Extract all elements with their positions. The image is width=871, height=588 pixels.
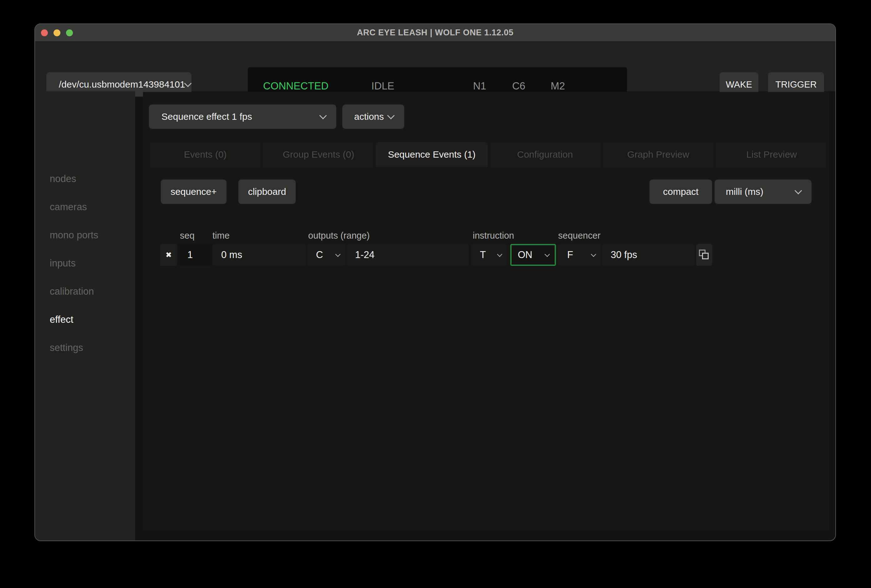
sidebar-item-mono-ports[interactable]: mono ports: [35, 221, 135, 249]
header-sequencer: sequencer: [558, 230, 600, 241]
sidebar-item-inputs[interactable]: inputs: [35, 249, 135, 277]
sidebar-item-settings[interactable]: settings: [35, 334, 135, 362]
chevron-down-icon: [319, 112, 327, 119]
chevron-down-icon: [794, 187, 802, 194]
row-time-input[interactable]: 0 ms: [213, 244, 306, 266]
title-bar: ARC EYE LEASH | WOLF ONE 1.12.05: [35, 24, 835, 42]
minimize-button[interactable]: [54, 29, 60, 36]
compact-button[interactable]: compact: [650, 180, 712, 204]
row-seq-number: 1: [178, 244, 212, 266]
row-sequencer-rate-input[interactable]: 30 fps: [602, 244, 694, 266]
row-delete-button[interactable]: ✖: [160, 244, 177, 266]
row-duplicate-button[interactable]: [696, 244, 712, 266]
actions-select-value: actions: [342, 111, 388, 122]
header-seq: seq: [180, 230, 195, 241]
top-toolbar: /dev/cu.usbmodem143984101 CONNECTED IDLE…: [35, 42, 835, 91]
effect-select-value: Sequence effect 1 fps: [149, 111, 320, 122]
row-sequencer-type-select[interactable]: F: [558, 244, 601, 266]
sidebar-item-effect[interactable]: effect: [35, 305, 135, 334]
close-button[interactable]: [41, 29, 48, 36]
sidebar: nodes cameras mono ports inputs calibrat…: [35, 91, 135, 541]
tab-configuration[interactable]: Configuration: [489, 142, 601, 167]
chevron-down-icon: [545, 251, 550, 257]
chevron-down-icon: [387, 112, 395, 119]
row-output-group-select[interactable]: C: [307, 244, 346, 266]
tab-group-events[interactable]: Group Events (0): [262, 142, 374, 167]
sequence-add-button[interactable]: sequence+: [161, 180, 226, 204]
effect-select[interactable]: Sequence effect 1 fps: [149, 105, 336, 129]
tab-list-preview[interactable]: List Preview: [715, 142, 828, 167]
chevron-down-icon: [184, 79, 192, 87]
window-title: ARC EYE LEASH | WOLF ONE 1.12.05: [35, 24, 835, 41]
tab-events[interactable]: Events (0): [149, 142, 261, 167]
duplicate-icon: [699, 250, 709, 260]
sidebar-item-cameras[interactable]: cameras: [35, 193, 135, 221]
app-window: ARC EYE LEASH | WOLF ONE 1.12.05 /dev/cu…: [34, 24, 836, 541]
clipboard-button[interactable]: clipboard: [238, 180, 296, 204]
header-outputs: outputs (range): [308, 230, 370, 241]
time-unit-value: milli (ms): [715, 186, 796, 197]
tab-graph-preview[interactable]: Graph Preview: [602, 142, 714, 167]
effect-tabs: Events (0) Group Events (0) Sequence Eve…: [149, 142, 829, 167]
tab-sequence-events[interactable]: Sequence Events (1): [376, 142, 488, 167]
chevron-down-icon: [591, 251, 596, 257]
zoom-button[interactable]: [66, 29, 73, 36]
time-unit-select[interactable]: milli (ms): [715, 180, 811, 204]
sidebar-item-nodes[interactable]: nodes: [35, 165, 135, 193]
chevron-down-icon: [497, 251, 503, 257]
row-instruction-type-select[interactable]: T: [471, 244, 507, 266]
actions-select[interactable]: actions: [342, 105, 404, 129]
serial-port-value: /dev/cu.usbmodem143984101: [46, 79, 185, 90]
row-instruction-state-select[interactable]: ON: [510, 244, 556, 266]
sidebar-item-calibration[interactable]: calibration: [35, 277, 135, 305]
header-instruction: instruction: [473, 230, 514, 241]
row-output-range-input[interactable]: 1-24: [346, 244, 468, 266]
chevron-down-icon: [335, 251, 341, 257]
header-time: time: [213, 230, 230, 241]
